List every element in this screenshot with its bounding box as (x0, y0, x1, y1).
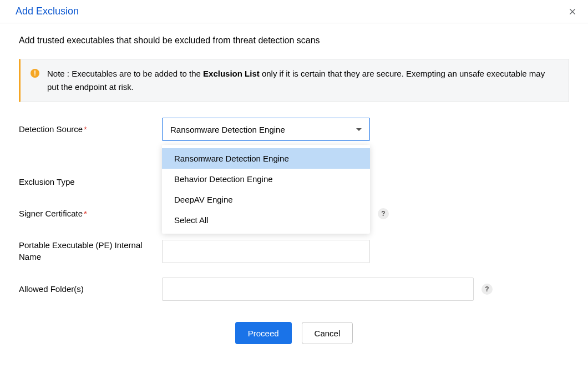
detection-source-value: Ransomware Detection Engine (170, 125, 285, 134)
dialog-header: Add Exclusion (0, 0, 588, 23)
warning-notice: ! Note : Executables are to be added to … (19, 59, 569, 102)
allowed-folders-input[interactable] (162, 278, 474, 301)
dialog-subtitle: Add trusted executables that should be e… (19, 36, 569, 46)
pe-internal-name-input[interactable] (162, 240, 370, 263)
dropdown-option-select-all[interactable]: Select All (162, 210, 370, 230)
dropdown-option-ransomware[interactable]: Ransomware Detection Engine (162, 148, 370, 169)
detection-source-label: Detection Source* (19, 124, 162, 135)
allowed-folders-help-icon[interactable]: ? (481, 284, 493, 295)
signer-certificate-help-icon[interactable]: ? (378, 208, 389, 219)
detection-source-row: Detection Source* Ransomware Detection E… (19, 118, 569, 141)
detection-source-dropdown: Ransomware Detection Engine Behavior Det… (162, 145, 370, 234)
pe-internal-name-row: Portable Executable (PE) Internal Name (19, 240, 569, 263)
dropdown-option-deepav[interactable]: DeepAV Engine (162, 189, 370, 210)
proceed-button[interactable]: Proceed (235, 322, 292, 344)
dialog-body: Add trusted executables that should be e… (0, 23, 588, 344)
pe-internal-name-label: Portable Executable (PE) Internal Name (19, 240, 162, 263)
warning-icon: ! (31, 69, 39, 78)
dialog-actions: Proceed Cancel (19, 322, 569, 344)
cancel-button[interactable]: Cancel (302, 322, 353, 344)
allowed-folders-label: Allowed Folder(s) (19, 284, 162, 295)
exclusion-type-label: Exclusion Type (19, 177, 162, 188)
warning-text: Note : Executables are to be added to th… (47, 67, 559, 94)
dropdown-option-behavior[interactable]: Behavior Detection Engine (162, 169, 370, 189)
dialog-title: Add Exclusion (16, 6, 79, 17)
signer-certificate-label: Signer Certificate* (19, 208, 162, 219)
close-icon[interactable] (568, 7, 577, 16)
detection-source-select[interactable]: Ransomware Detection Engine (162, 118, 370, 141)
chevron-down-icon (356, 128, 362, 131)
exclusion-form: Detection Source* Ransomware Detection E… (19, 118, 569, 344)
allowed-folders-row: Allowed Folder(s) ? (19, 278, 569, 301)
